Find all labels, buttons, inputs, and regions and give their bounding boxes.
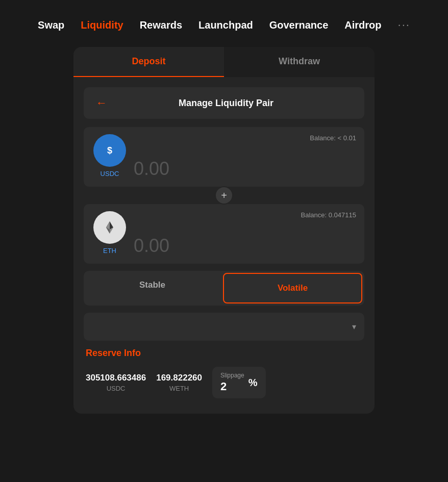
reserve-usdc-label: USDC (107, 385, 126, 392)
reserve-row: 305108.663486 USDC 169.822260 WETH Slipp… (86, 367, 362, 398)
reserve-weth-value: 169.822260 (156, 373, 202, 383)
header-row: ← Manage Liquidity Pair (84, 87, 364, 119)
plus-divider: + (84, 186, 364, 205)
token2-symbol: ETH (103, 247, 116, 255)
plus-icon: + (215, 186, 233, 205)
eth-icon (93, 211, 126, 244)
reserve-usdc-value: 305108.663486 (86, 373, 146, 383)
nav-more-icon[interactable]: ··· (398, 18, 410, 32)
reserve-weth-label: WETH (169, 385, 189, 392)
chevron-down-icon: ▾ (352, 322, 356, 332)
token2-balance: Balance: 0.047115 (134, 211, 356, 219)
main-card: Deposit Withdraw ← Manage Liquidity Pair… (73, 47, 375, 414)
nav-governance[interactable]: Governance (269, 19, 329, 31)
reserve-title: Reserve Info (86, 348, 362, 359)
slippage-box: Slippage 2 % (212, 367, 266, 398)
token2-amount-input[interactable] (134, 235, 356, 257)
nav-liquidity[interactable]: Liquidity (81, 19, 123, 31)
tab-deposit[interactable]: Deposit (73, 47, 224, 77)
main-nav: Swap Liquidity Rewards Launchpad Governa… (0, 0, 448, 42)
token2-row: ETH Balance: 0.047115 (84, 204, 364, 264)
slippage-value: 2 (220, 380, 244, 393)
reserve-section: Reserve Info 305108.663486 USDC 169.8222… (84, 348, 364, 398)
tab-withdraw[interactable]: Withdraw (224, 47, 375, 77)
slippage-percent: % (248, 377, 258, 389)
reserve-usdc: 305108.663486 USDC (86, 373, 146, 392)
card-content: ← Manage Liquidity Pair $ USDC Balance: … (73, 77, 375, 414)
reserve-weth: 169.822260 WETH (156, 373, 202, 392)
type-selector: Stable Volatile (84, 271, 364, 306)
token1-symbol: USDC (101, 170, 119, 177)
token2-icon-wrap: ETH (92, 211, 128, 257)
tabs-container: Deposit Withdraw (73, 47, 375, 77)
usdc-icon: $ (93, 134, 126, 167)
token1-row: $ USDC Balance: < 0.01 (84, 127, 364, 187)
token1-balance: Balance: < 0.01 (134, 134, 356, 142)
back-button[interactable]: ← (96, 96, 107, 110)
pair-dropdown[interactable]: ▾ (84, 313, 364, 341)
token2-input-area: Balance: 0.047115 (134, 211, 356, 257)
token1-icon-wrap: $ USDC (92, 134, 128, 180)
token1-input-area: Balance: < 0.01 (134, 134, 356, 180)
nav-swap[interactable]: Swap (38, 19, 64, 31)
svg-text:$: $ (107, 145, 112, 156)
volatile-button[interactable]: Volatile (223, 273, 362, 303)
slippage-label: Slippage (220, 372, 244, 379)
nav-launchpad[interactable]: Launchpad (198, 19, 253, 31)
slippage-info: Slippage 2 (220, 372, 244, 393)
stable-button[interactable]: Stable (84, 271, 221, 306)
token1-amount-input[interactable] (134, 158, 356, 180)
nav-rewards[interactable]: Rewards (140, 19, 182, 31)
page-title: Manage Liquidity Pair (115, 98, 352, 109)
nav-airdrop[interactable]: Airdrop (344, 19, 381, 31)
